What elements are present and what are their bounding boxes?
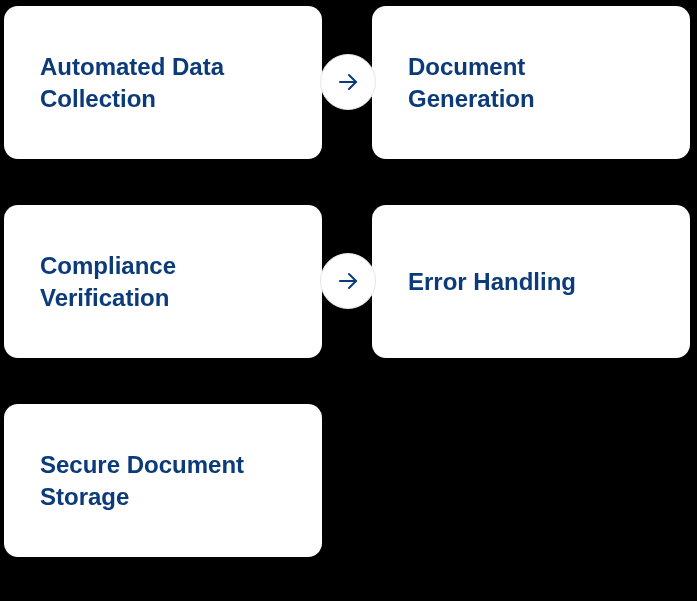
step-label: Secure Document Storage — [40, 449, 286, 511]
step-card-error-handling: Error Handling — [372, 205, 690, 358]
step-card-compliance-verification: Compliance Verification — [4, 205, 322, 358]
arrow-right-icon — [320, 54, 376, 110]
step-label: Compliance Verification — [40, 250, 286, 312]
arrow-right-icon — [320, 253, 376, 309]
step-card-automated-data-collection: Automated Data Collection — [4, 6, 322, 159]
step-label: Automated Data Collection — [40, 51, 286, 113]
step-card-secure-document-storage: Secure Document Storage — [4, 404, 322, 557]
step-label: Document Generation — [408, 51, 654, 113]
step-card-document-generation: Document Generation — [372, 6, 690, 159]
process-flow-diagram: Automated Data Collection Document Gener… — [0, 0, 697, 601]
step-label: Error Handling — [408, 266, 576, 297]
